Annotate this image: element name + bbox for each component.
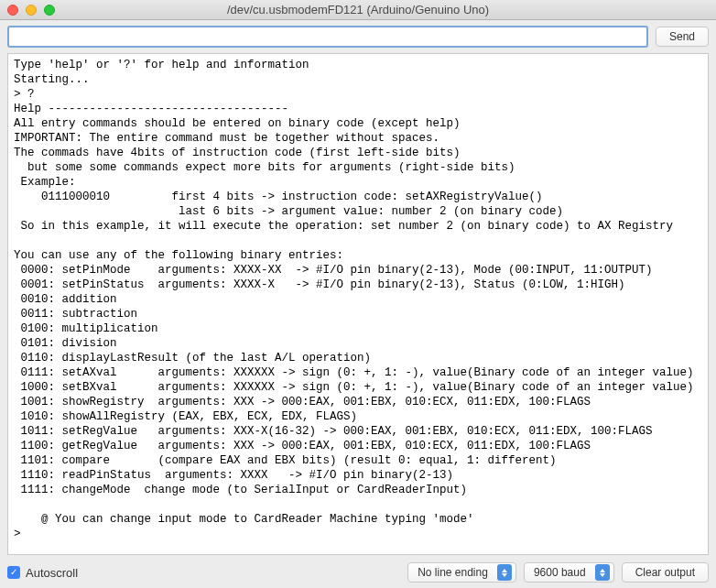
- toolbar: Send: [0, 20, 716, 53]
- baud-select[interactable]: 9600 baud: [524, 562, 614, 583]
- line-ending-value: No line ending: [418, 566, 488, 579]
- bottombar: ✓ Autoscroll No line ending 9600 baud Cl…: [0, 555, 716, 588]
- traffic-lights: [7, 5, 55, 16]
- titlebar: /dev/cu.usbmodemFD121 (Arduino/Genuino U…: [0, 0, 716, 20]
- close-icon[interactable]: [7, 5, 18, 16]
- serial-input[interactable]: [7, 26, 648, 48]
- autoscroll-checkbox[interactable]: ✓ Autoscroll: [7, 566, 78, 580]
- console-text: Type 'help' or '?' for help and informat…: [14, 58, 702, 541]
- window-title: /dev/cu.usbmodemFD121 (Arduino/Genuino U…: [0, 3, 716, 16]
- updown-icon: [595, 564, 610, 581]
- baud-value: 9600 baud: [534, 566, 586, 579]
- serial-output[interactable]: Type 'help' or '?' for help and informat…: [7, 53, 709, 555]
- line-ending-select[interactable]: No line ending: [407, 562, 516, 583]
- send-button[interactable]: Send: [656, 27, 709, 47]
- clear-output-button[interactable]: Clear output: [622, 562, 709, 583]
- check-icon: ✓: [7, 566, 20, 579]
- maximize-icon[interactable]: [44, 5, 55, 16]
- updown-icon: [497, 564, 512, 581]
- autoscroll-label: Autoscroll: [26, 566, 78, 580]
- minimize-icon[interactable]: [26, 5, 37, 16]
